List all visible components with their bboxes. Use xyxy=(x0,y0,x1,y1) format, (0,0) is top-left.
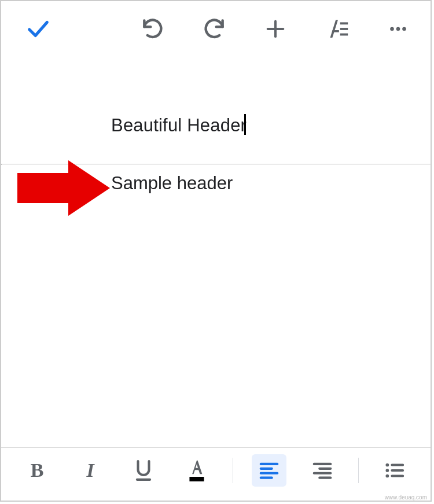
top-toolbar xyxy=(1,1,431,56)
redo-button[interactable] xyxy=(200,15,228,43)
top-toolbar-right-group xyxy=(139,15,412,43)
svg-rect-3 xyxy=(340,28,348,30)
app-frame: Beautiful Header Sample header B I xyxy=(0,0,432,502)
insert-button[interactable] xyxy=(262,15,289,43)
svg-point-19 xyxy=(385,463,389,466)
svg-point-21 xyxy=(385,474,389,477)
italic-icon: I xyxy=(86,459,94,481)
document-body-region[interactable]: Sample header xyxy=(1,165,431,194)
svg-point-5 xyxy=(390,27,394,31)
text-color-icon xyxy=(185,458,208,483)
check-icon xyxy=(25,16,52,42)
svg-rect-10 xyxy=(189,477,204,481)
svg-point-20 xyxy=(385,469,389,472)
document-header-region[interactable]: Beautiful Header xyxy=(1,114,431,164)
body-text[interactable]: Sample header xyxy=(111,173,233,193)
more-button[interactable] xyxy=(384,15,412,43)
undo-icon xyxy=(140,16,165,42)
bottom-toolbar: B I xyxy=(1,447,431,492)
align-left-icon xyxy=(258,459,280,481)
svg-rect-2 xyxy=(340,22,348,24)
align-right-icon xyxy=(311,459,333,481)
plus-icon xyxy=(264,17,287,41)
bold-button[interactable]: B xyxy=(20,454,54,487)
text-cursor xyxy=(244,114,246,135)
svg-rect-4 xyxy=(340,33,348,35)
svg-point-6 xyxy=(396,27,400,31)
toolbar-separator xyxy=(233,458,233,483)
header-text[interactable]: Beautiful Header xyxy=(111,115,247,136)
document-area[interactable]: Beautiful Header Sample header xyxy=(1,56,431,194)
underline-icon xyxy=(133,458,155,483)
text-color-button[interactable] xyxy=(179,454,214,487)
text-format-icon xyxy=(323,16,350,42)
bullet-list-button[interactable] xyxy=(377,454,412,487)
more-icon xyxy=(388,19,409,39)
watermark: www.deuaq.com xyxy=(385,494,427,501)
align-right-button[interactable] xyxy=(305,454,340,487)
text-format-button[interactable] xyxy=(323,15,351,43)
confirm-button[interactable] xyxy=(24,15,52,43)
underline-button[interactable] xyxy=(126,454,161,487)
bold-icon: B xyxy=(31,459,44,481)
redo-icon xyxy=(201,16,227,42)
italic-button[interactable]: I xyxy=(73,454,108,487)
svg-point-7 xyxy=(402,27,406,31)
bullet-list-icon xyxy=(383,459,406,481)
undo-button[interactable] xyxy=(139,15,167,43)
toolbar-separator-2 xyxy=(358,458,359,483)
align-left-button[interactable] xyxy=(252,454,286,487)
